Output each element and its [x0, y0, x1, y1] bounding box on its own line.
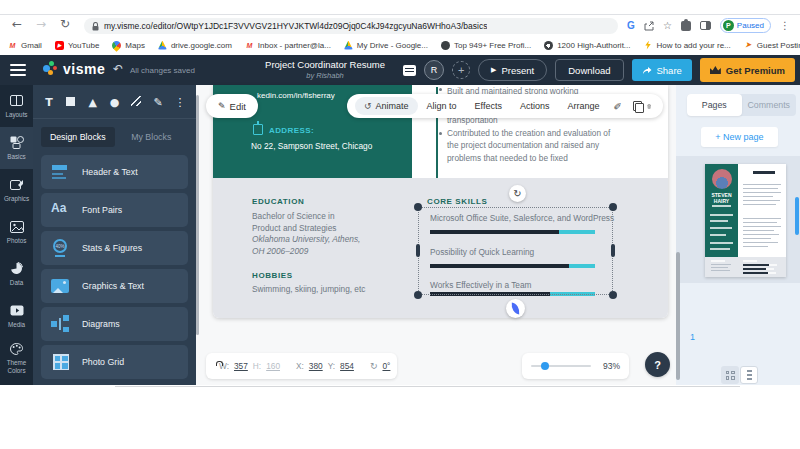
browser-menu-icon[interactable]: ⋮ [780, 20, 790, 31]
resume-address-value[interactable]: No 22, Sampson Street, Chicago [251, 141, 372, 151]
pen-tool[interactable]: ✎ [150, 96, 166, 109]
effects-button[interactable]: Effects [466, 101, 511, 111]
height-field[interactable]: 160 [266, 361, 280, 371]
undo-icon[interactable]: ↶ [113, 62, 123, 76]
magic-quill-icon[interactable]: ✐ [609, 101, 627, 112]
selection-handle-top-left[interactable] [414, 203, 422, 211]
bookmark-how-to-add[interactable]: How to add your re... [644, 41, 731, 50]
resume-education-text[interactable]: Bachelor of Science in Product and Strat… [252, 211, 360, 257]
selection-handle-bottom-left[interactable] [414, 291, 422, 299]
list-view-button[interactable] [740, 366, 758, 384]
text-tool[interactable]: T [41, 96, 57, 109]
bookmark-gmail[interactable]: MGmail [8, 41, 42, 50]
sidebar-item-theme-colors[interactable]: Theme Colors [0, 337, 33, 379]
share-arrow-icon [642, 66, 652, 75]
square-tool[interactable] [63, 96, 79, 109]
bookmark-maps[interactable]: Maps [112, 41, 145, 50]
tab-my-blocks[interactable]: My Blocks [115, 127, 189, 147]
bookmark-inbox[interactable]: MInbox - partner@la... [245, 41, 331, 50]
selection-handle-right[interactable] [611, 244, 615, 257]
sidebar-item-data[interactable]: Data [0, 253, 33, 295]
profile-paused-badge[interactable]: P Paused [720, 18, 771, 33]
main-menu-icon[interactable] [10, 64, 26, 76]
bookmark-youtube[interactable]: ▶YouTube [55, 41, 99, 50]
sidebar-item-basics[interactable]: Basics [0, 127, 33, 169]
animation-indicator-button[interactable] [506, 299, 525, 318]
bookmark-drive[interactable]: drive.google.com [158, 41, 232, 50]
selection-handle-left[interactable] [416, 244, 420, 257]
sidebar-item-layouts[interactable]: Layouts [0, 85, 33, 127]
help-button[interactable]: ? [645, 352, 670, 377]
pages-scrollbar[interactable] [795, 197, 799, 235]
arrange-button[interactable]: Arrange [558, 101, 608, 111]
resume-hobbies-text[interactable]: Swimming, skiing, jumping, etc [252, 284, 365, 294]
comments-icon[interactable] [403, 65, 416, 76]
bookmark-guest-posting[interactable]: ➤Guest Posting Sites... [744, 41, 800, 50]
bookmark-1200-high[interactable]: 1200 High-Authorit... [544, 41, 630, 50]
zoom-slider-handle[interactable] [541, 362, 549, 370]
sidebar-item-media[interactable]: Media [0, 295, 33, 337]
resume-core-skills-label[interactable]: CORE SKILLS [427, 197, 487, 206]
tab-pages[interactable]: Pages [687, 94, 742, 116]
animate-button[interactable]: ↺ Animate [355, 97, 418, 115]
share-button[interactable]: Share [632, 59, 692, 81]
resume-experience-text[interactable]: transportation Contributed to the creati… [447, 114, 657, 164]
edit-button[interactable]: ✎ Edit [206, 94, 258, 118]
get-premium-button[interactable]: Get Premium [700, 58, 795, 82]
extensions-icon[interactable] [681, 21, 691, 31]
align-to-button[interactable]: Align to [418, 101, 466, 111]
user-avatar[interactable]: R [424, 60, 444, 80]
tab-design-blocks[interactable]: Design Blocks [41, 127, 115, 147]
sidebar-item-graphics[interactable]: Graphics [0, 169, 33, 211]
back-icon[interactable]: ← [12, 17, 22, 31]
visme-logo[interactable]: visme [42, 61, 105, 77]
line-tool[interactable] [128, 96, 144, 109]
circle-tool[interactable]: ● [106, 96, 122, 109]
google-account-icon[interactable]: G [627, 20, 635, 31]
x-field[interactable]: 380 [309, 361, 323, 371]
selection-handle-top-right[interactable] [609, 203, 617, 211]
resume-address-label[interactable]: ADDRESS: [269, 126, 314, 135]
tab-comments[interactable]: Comments [742, 94, 797, 116]
panel-scrollbar[interactable] [676, 252, 680, 380]
width-field[interactable]: 357 [234, 361, 248, 371]
document-title-block[interactable]: Project Coordinator Resume by Rishabh [225, 59, 425, 80]
block-font-pairs[interactable]: Aa Font Pairs [41, 193, 188, 227]
block-header-text[interactable]: Header & Text [41, 155, 188, 189]
resume-education-label[interactable]: EDUCATION [252, 197, 304, 206]
share-page-icon[interactable] [644, 21, 654, 31]
bookmark-star-icon[interactable]: ☆ [663, 20, 672, 31]
block-graphics-text[interactable]: Graphics & Text [41, 269, 188, 303]
add-collaborator-icon[interactable]: + [452, 61, 470, 79]
selection-bounding-box[interactable] [418, 207, 613, 295]
resume-canvas-page[interactable]: Built and maintained strong working kedi… [213, 85, 668, 318]
resume-hobbies-label[interactable]: HOBBIES [252, 271, 293, 280]
bookmark-top-949[interactable]: Top 949+ Free Profi... [441, 41, 531, 50]
reload-icon[interactable]: ↻ [60, 17, 70, 31]
grid-view-button[interactable] [721, 366, 739, 384]
download-button[interactable]: Download [555, 59, 623, 81]
resume-linkedin[interactable]: kedin.com/in/fisherray [257, 91, 335, 100]
selection-handle-bottom-right[interactable] [609, 291, 617, 299]
zoom-slider[interactable] [531, 365, 591, 367]
workspace-scrollbar[interactable] [196, 95, 199, 335]
sidebar-item-photos[interactable]: Photos [0, 211, 33, 253]
more-tools-icon[interactable]: ⋮ [172, 96, 188, 109]
bookmark-my-drive[interactable]: My Drive - Google... [344, 41, 428, 50]
duplicate-icon[interactable] [633, 101, 637, 111]
rotation-field[interactable]: 0° [382, 361, 390, 371]
page-1-thumbnail[interactable]: STEVEN HAIRY [705, 164, 786, 277]
delete-icon[interactable] [647, 101, 651, 112]
rotate-handle[interactable]: ↻ [509, 185, 526, 202]
block-photo-grid[interactable]: Photo Grid [41, 345, 188, 379]
address-bar[interactable]: my.visme.co/editor/OWtpY1JDc1F3VVVGV21HY… [84, 18, 618, 34]
block-diagrams[interactable]: Diagrams [41, 307, 188, 341]
side-panel-icon[interactable] [700, 21, 711, 30]
present-button[interactable]: ▶Present [478, 59, 547, 81]
actions-button[interactable]: Actions [511, 101, 559, 111]
forward-icon[interactable]: → [36, 17, 46, 31]
y-field[interactable]: 854 [340, 361, 354, 371]
new-page-button[interactable]: + New page [701, 127, 778, 147]
block-stats-figures[interactable]: 40% Stats & Figures [41, 231, 188, 265]
triangle-tool[interactable]: ▲ [85, 96, 101, 109]
